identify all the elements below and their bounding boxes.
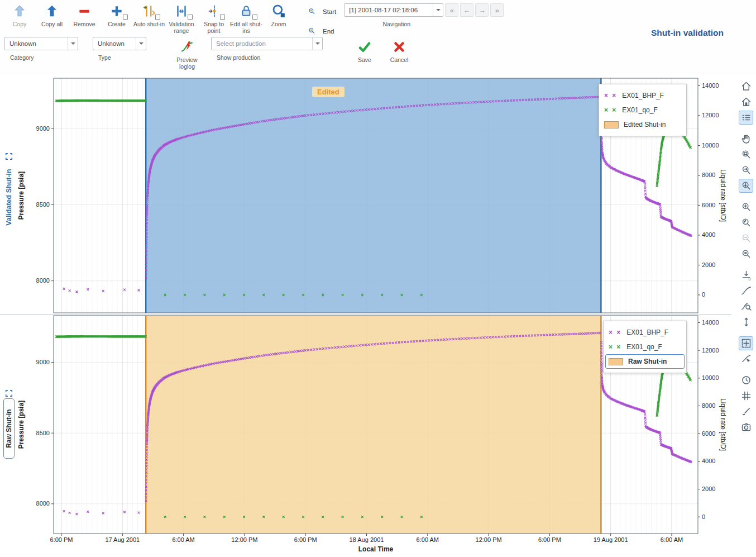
crosshair-icon[interactable]: [739, 336, 753, 350]
zoom-x-icon[interactable]: [739, 163, 753, 177]
button-label: Create: [108, 21, 126, 27]
inspect-curve-icon[interactable]: [739, 299, 753, 313]
legend-icon[interactable]: [739, 111, 753, 125]
pan-icon[interactable]: [739, 132, 753, 146]
rate-tick-label: 14000: [702, 82, 719, 89]
snap-to-point-checkbox[interactable]: [220, 15, 225, 20]
legend-item[interactable]: × ×EX01_qo_F: [604, 103, 681, 117]
rate-tick-label: 14000: [702, 319, 719, 326]
pointer-line-icon[interactable]: [739, 352, 753, 366]
series-marker: × ×: [604, 92, 617, 99]
legend-item[interactable]: Edited Shut-in: [604, 117, 681, 132]
rate-tick-label: 6000: [702, 430, 715, 437]
copy-button[interactable]: Copy: [3, 1, 36, 27]
time-tick-label: 19 Aug 2001: [594, 536, 628, 543]
legend-label: EX01_qo_F: [626, 343, 662, 351]
zoom-box-icon[interactable]: [739, 247, 753, 261]
edit-all-shut-ins-button[interactable]: Edit all shut-ins: [230, 1, 262, 34]
legend-item[interactable]: × ×EX01_BHP_F: [609, 325, 681, 340]
shut-in-selector[interactable]: [1] 2001-08-17 02:18:06: [344, 3, 443, 17]
lock-icon: [238, 3, 255, 20]
navigation-group: [1] 2001-08-17 02:18:06 « ← → » Navigati…: [344, 3, 504, 27]
zoom-button[interactable]: Zoom: [262, 1, 295, 27]
button-label: Cancel: [390, 56, 409, 63]
validated-shut-in-region[interactable]: [146, 78, 601, 313]
chart-canvas[interactable]: 8000850090000200040006000800010000120001…: [0, 77, 731, 557]
slope-icon[interactable]: [739, 284, 753, 298]
rate-tick-label: 2000: [702, 261, 715, 268]
legend-item[interactable]: Raw Shut-in: [605, 354, 685, 369]
expand-validated-icon[interactable]: [4, 152, 13, 161]
pressure-tick-label: 9000: [36, 125, 50, 132]
zoom-in-icon[interactable]: [739, 200, 753, 214]
autoscale-zero-icon[interactable]: 0: [739, 268, 753, 282]
category-select[interactable]: Unknown: [4, 37, 78, 50]
validation-range-button[interactable]: Validation range: [165, 1, 198, 34]
raw-shut-in-region[interactable]: [146, 316, 601, 534]
pressure-tick-label: 8000: [36, 277, 50, 284]
copy-all-button[interactable]: Copy all: [36, 1, 68, 27]
snap-to-point-icon: [205, 3, 222, 20]
zoom-previous-icon[interactable]: [739, 216, 753, 230]
copy-all-icon: [44, 3, 60, 20]
save-button[interactable]: Save: [348, 37, 381, 63]
pressure-tick-label: 8500: [36, 430, 50, 436]
chevron-down-icon: [136, 37, 146, 50]
start-label: Start: [323, 8, 336, 15]
series-marker: × ×: [609, 329, 621, 336]
home-icon[interactable]: [739, 79, 753, 93]
shut-in-selector-value: [1] 2001-08-17 02:18:06: [349, 7, 418, 13]
time-icon[interactable]: [739, 373, 753, 387]
cancel-button[interactable]: Cancel: [383, 37, 415, 63]
auto-shut-in-button[interactable]: Auto shut-in: [133, 1, 165, 27]
time-tick-label: 17 Aug 2001: [105, 536, 140, 543]
zoom-out-icon[interactable]: [739, 231, 753, 245]
zoom-y-icon[interactable]: [739, 179, 753, 193]
brush-icon[interactable]: [739, 404, 753, 418]
legend-item[interactable]: × ×EX01_BHP_F: [604, 88, 681, 103]
stretch-vertical-icon[interactable]: [739, 315, 753, 329]
validated-shut-in-title: Validated Shut-in: [5, 153, 13, 242]
raw-shut-in-title[interactable]: Raw Shut-in: [3, 398, 15, 459]
remove-button[interactable]: Remove: [68, 1, 101, 27]
preview-loglog-button[interactable]: Preview loglog: [170, 37, 204, 70]
nav-first-button[interactable]: «: [445, 3, 458, 17]
zoom-window-icon[interactable]: [739, 147, 753, 161]
auto-shut-in-checkbox[interactable]: [155, 15, 160, 20]
shut-in-swatch: [609, 358, 623, 365]
nav-last-button[interactable]: »: [490, 3, 504, 17]
home-alt-icon[interactable]: [739, 95, 753, 109]
zoom-icon: [270, 3, 287, 20]
rate-tick-label: 6000: [702, 202, 715, 208]
nav-previous-button[interactable]: ←: [460, 3, 473, 17]
camera-icon[interactable]: [739, 420, 753, 434]
edit-all-shut-ins-checkbox[interactable]: [252, 15, 257, 20]
time-tick-label: 6:00 PM: [294, 536, 317, 543]
nav-next-button[interactable]: →: [475, 3, 489, 17]
button-label: Snap to point: [198, 21, 230, 34]
navigation-label: Navigation: [344, 21, 443, 27]
grid-icon[interactable]: [739, 389, 753, 403]
validation-range-checkbox[interactable]: [188, 15, 193, 20]
chevron-down-icon: [68, 37, 78, 50]
rate-tick-label: 0: [702, 291, 705, 298]
legend-item[interactable]: × ×EX01_qo_F: [609, 340, 681, 354]
search-start-icon: [304, 3, 320, 20]
chevron-down-icon: [312, 37, 322, 50]
create-button[interactable]: Create: [101, 1, 133, 27]
expand-raw-icon[interactable]: [4, 389, 13, 398]
snap-to-point-button[interactable]: Snap to point: [198, 1, 230, 34]
show-production-select[interactable]: Select production: [211, 37, 323, 50]
rate-axis-title: Liquid rate [stb/D]: [719, 169, 727, 222]
time-tick-label: 6:00 AM: [172, 536, 194, 543]
button-label: Validation range: [165, 21, 198, 34]
category-group: Unknown Category: [4, 37, 78, 61]
time-tick-label: 6:00 PM: [538, 536, 561, 543]
start-button[interactable]: Start: [304, 3, 336, 20]
type-value: Unknown: [98, 40, 125, 47]
rate-tick-label: 8000: [702, 402, 715, 409]
create-checkbox[interactable]: [123, 15, 128, 20]
series-marker: × ×: [609, 343, 621, 351]
type-group: Unknown Type: [93, 37, 146, 61]
type-select[interactable]: Unknown: [93, 37, 146, 50]
